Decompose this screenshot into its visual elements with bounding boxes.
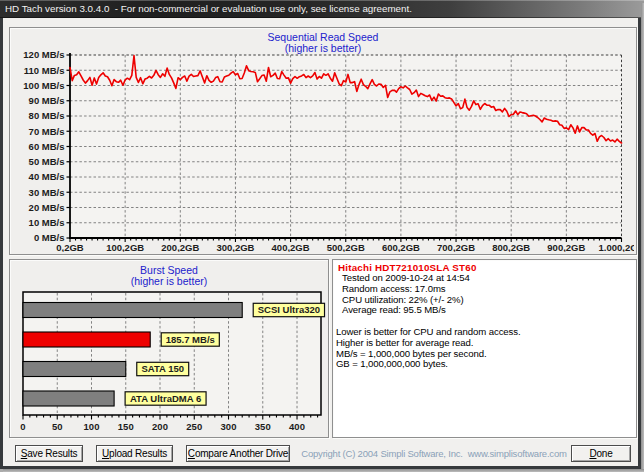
svg-text:800,2GB: 800,2GB — [492, 242, 530, 252]
drive-info-panel: Hitachi HDT721010SLA ST60 Tested on 2009… — [332, 259, 637, 438]
svg-text:10 MB/s: 10 MB/s — [29, 217, 65, 228]
svg-text:600,2GB: 600,2GB — [382, 242, 420, 252]
svg-text:20 MB/s: 20 MB/s — [29, 202, 65, 213]
svg-text:90 MB/s: 90 MB/s — [29, 95, 65, 106]
stat-average-read: Average read: 95.5 MB/s — [342, 305, 470, 316]
device-name: Hitachi HDT721010SLA ST60 — [338, 262, 477, 273]
svg-text:350: 350 — [255, 421, 271, 432]
compare-another-drive-button[interactable]: Compare Another Drive — [186, 445, 290, 462]
burst-speed-chart: 050100150200250300350400SCSI Ultra320185… — [10, 260, 326, 435]
burst-speed-panel: Burst Speed (higher is better) 050100150… — [9, 259, 329, 438]
svg-text:300: 300 — [221, 421, 237, 432]
copyright-text: Copyright (C) 2004 Simpli Software, Inc.… — [291, 448, 577, 459]
svg-text:70 MB/s: 70 MB/s — [29, 126, 65, 137]
sequential-read-panel: Sequential Read Speed (higher is better)… — [9, 27, 637, 255]
svg-text:0: 0 — [20, 421, 25, 432]
drive-stats: Tested on 2009-10-24 at 14:54 Random acc… — [342, 273, 470, 316]
title-bar[interactable]: HD Tach version 3.0.4.0 - For non-commer… — [0, 0, 644, 18]
sequential-read-chart: 120 MB/s110 MB/s100 MB/s90 MB/s80 MB/s70… — [10, 28, 634, 252]
svg-text:50 MB/s: 50 MB/s — [29, 156, 65, 167]
save-results-button[interactable]: Save Results — [15, 445, 83, 462]
svg-text:200,2GB: 200,2GB — [161, 242, 199, 252]
svg-text:200: 200 — [152, 421, 168, 432]
svg-text:0,2GB: 0,2GB — [56, 242, 84, 252]
svg-text:400: 400 — [289, 421, 305, 432]
svg-text:50: 50 — [52, 421, 63, 432]
window-title: HD Tach version 3.0.4.0 - For non-commer… — [5, 3, 412, 14]
svg-text:60 MB/s: 60 MB/s — [29, 141, 65, 152]
svg-text:300,2GB: 300,2GB — [216, 242, 254, 252]
legend-notes: Lower is better for CPU and random acces… — [336, 327, 521, 370]
svg-text:900,2GB: 900,2GB — [547, 242, 585, 252]
svg-text:150: 150 — [118, 421, 134, 432]
svg-text:100,2GB: 100,2GB — [106, 242, 144, 252]
svg-text:400,2GB: 400,2GB — [272, 242, 310, 252]
note-higher-better: Higher is better for average read. — [336, 338, 521, 349]
svg-text:SATA 150: SATA 150 — [141, 363, 184, 374]
done-button[interactable]: Done — [571, 445, 631, 462]
svg-text:40 MB/s: 40 MB/s — [29, 171, 65, 182]
stat-random-access: Random access: 17.0ms — [342, 284, 470, 295]
note-gb-definition: GB = 1,000,000,000 bytes. — [336, 359, 521, 370]
svg-text:100: 100 — [84, 421, 100, 432]
svg-text:185.7 MB/s: 185.7 MB/s — [166, 334, 215, 345]
svg-text:700,2GB: 700,2GB — [437, 242, 475, 252]
app-window: HD Tach version 3.0.4.0 - For non-commer… — [0, 0, 641, 469]
svg-text:SCSI Ultra320: SCSI Ultra320 — [258, 304, 320, 315]
svg-text:500,2GB: 500,2GB — [327, 242, 365, 252]
svg-text:100 MB/s: 100 MB/s — [23, 80, 64, 91]
svg-text:1.000,2GB: 1.000,2GB — [599, 242, 634, 252]
svg-text:80 MB/s: 80 MB/s — [29, 110, 65, 121]
upload-results-button[interactable]: Upload Results — [96, 445, 173, 462]
svg-text:30 MB/s: 30 MB/s — [29, 187, 65, 198]
svg-text:120 MB/s: 120 MB/s — [23, 49, 64, 60]
svg-text:110 MB/s: 110 MB/s — [24, 65, 65, 76]
svg-text:ATA UltraDMA 6: ATA UltraDMA 6 — [130, 393, 201, 404]
window-client-area: Sequential Read Speed (higher is better)… — [3, 18, 638, 466]
svg-text:250: 250 — [186, 421, 202, 432]
